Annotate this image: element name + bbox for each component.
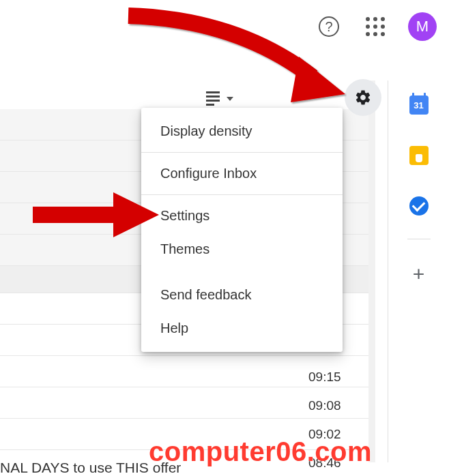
email-time: 09:08	[308, 398, 341, 413]
annotation-arrow	[26, 184, 162, 246]
svg-marker-0	[291, 57, 345, 102]
menu-item-send-feedback[interactable]: Send feedback	[141, 278, 343, 312]
calendar-icon[interactable]: 31	[409, 95, 429, 115]
side-panel: 31 +	[388, 80, 449, 462]
tasks-icon[interactable]	[409, 196, 429, 215]
settings-gear-button[interactable]	[345, 79, 381, 116]
menu-divider	[141, 194, 343, 195]
menu-item-configure-inbox[interactable]: Configure Inbox	[141, 157, 343, 190]
menu-item-themes[interactable]: Themes	[141, 233, 343, 266]
keep-notes-icon[interactable]	[409, 146, 429, 165]
account-avatar[interactable]: M	[408, 12, 437, 41]
annotation-arrow	[115, 0, 347, 115]
menu-divider	[141, 152, 343, 153]
menu-gap	[141, 266, 343, 278]
svg-marker-1	[113, 192, 159, 237]
settings-dropdown-menu: Display density Configure Inbox Settings…	[141, 108, 343, 352]
gear-icon	[354, 89, 372, 106]
partial-email-subject: NAL DAYS to use THIS offer	[0, 460, 181, 476]
menu-item-display-density[interactable]: Display density	[141, 115, 343, 148]
watermark-text: computer06.com	[149, 436, 372, 467]
apps-button[interactable]	[362, 13, 389, 40]
screenshot-canvas: ? M Display density Configure Inbox Sett…	[0, 0, 449, 476]
menu-item-help[interactable]: Help	[141, 312, 343, 345]
apps-grid-icon	[366, 17, 385, 36]
add-addon-button[interactable]: +	[413, 263, 425, 286]
scrollbar[interactable]	[368, 80, 375, 462]
menu-item-settings[interactable]: Settings	[141, 199, 343, 233]
email-time: 09:15	[308, 370, 341, 385]
rail-divider	[407, 239, 431, 239]
